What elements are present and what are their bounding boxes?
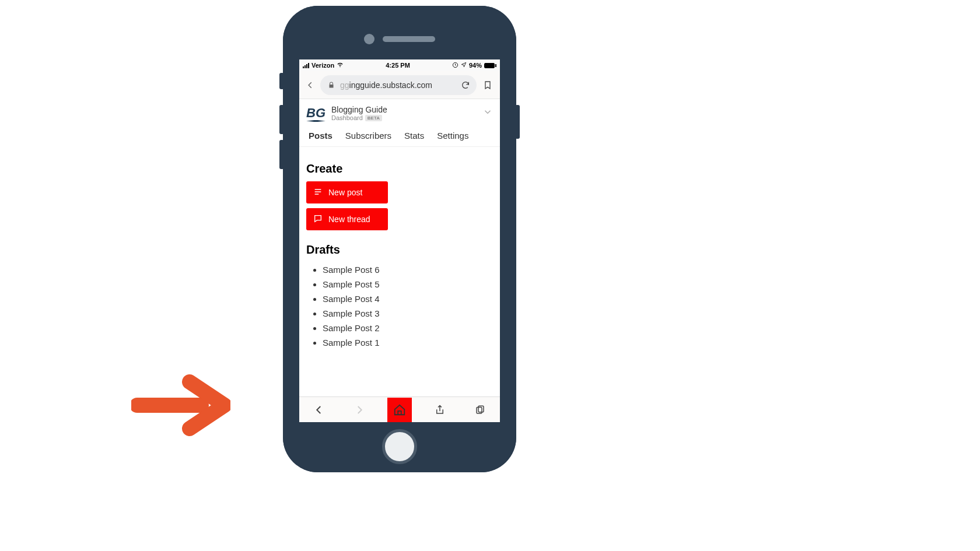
drafts-list: Sample Post 6 Sample Post 5 Sample Post …: [306, 262, 493, 350]
header-dropdown-toggle[interactable]: [482, 107, 493, 120]
time-label: 4:25 PM: [386, 62, 410, 69]
location-icon: [461, 62, 467, 69]
new-thread-label: New thread: [328, 215, 370, 224]
browser-back-button[interactable]: [304, 79, 317, 92]
browser-url-bar[interactable]: ggingguide.substack.com: [320, 75, 477, 95]
new-post-button[interactable]: New post: [306, 181, 388, 203]
url-faded-prefix: gg: [340, 80, 349, 90]
tab-subscribers[interactable]: Subscribers: [345, 131, 391, 141]
list-item[interactable]: Sample Post 5: [323, 277, 493, 292]
lock-icon: [326, 80, 337, 90]
phone-side-button: [515, 105, 520, 139]
list-item[interactable]: Sample Post 3: [323, 306, 493, 321]
tab-settings[interactable]: Settings: [437, 131, 468, 141]
annotation-arrow: [131, 373, 230, 440]
signal-icon: [303, 63, 309, 68]
list-item[interactable]: Sample Post 6: [323, 262, 493, 277]
phone-side-button: [279, 73, 284, 89]
site-title: Blogging Guide: [331, 105, 387, 114]
create-heading: Create: [306, 162, 493, 176]
carrier-label: Verizon: [312, 62, 334, 69]
phone-screen: Verizon 4:25 PM 94%: [299, 59, 500, 422]
battery-icon: [484, 63, 496, 68]
beta-badge: BETA: [365, 115, 382, 121]
new-thread-button[interactable]: New thread: [306, 208, 388, 230]
chat-icon: [313, 214, 323, 225]
nav-back-button[interactable]: [307, 398, 331, 422]
tab-posts[interactable]: Posts: [309, 131, 332, 141]
browser-url-row: ggingguide.substack.com: [299, 71, 500, 99]
phone-frame: Verizon 4:25 PM 94%: [283, 6, 516, 472]
document-icon: [313, 187, 323, 198]
site-logo[interactable]: BG: [306, 107, 326, 120]
new-post-label: New post: [328, 188, 362, 197]
list-item[interactable]: Sample Post 1: [323, 335, 493, 350]
browser-bottom-toolbar: [299, 396, 500, 422]
phone-home-button[interactable]: [382, 429, 417, 464]
wifi-icon: [337, 62, 344, 69]
tab-stats[interactable]: Stats: [404, 131, 424, 141]
list-item[interactable]: Sample Post 4: [323, 292, 493, 306]
phone-side-button: [279, 105, 284, 134]
site-header: BG Blogging Guide Dashboard BETA: [299, 99, 500, 126]
dashboard-label: Dashboard: [331, 114, 363, 121]
drafts-heading: Drafts: [306, 243, 493, 257]
phone-camera: [364, 34, 374, 44]
nav-forward-button[interactable]: [347, 398, 372, 422]
nav-tabs: Posts Subscribers Stats Settings: [299, 126, 500, 147]
list-item[interactable]: Sample Post 2: [323, 321, 493, 335]
main-content: Create New post New thread Drafts Sample…: [299, 147, 500, 350]
url-text: ingguide.substack.com: [349, 80, 432, 90]
phone-side-button: [279, 140, 284, 169]
status-bar: Verizon 4:25 PM 94%: [299, 59, 500, 71]
share-button[interactable]: [428, 398, 452, 422]
tabs-button[interactable]: [468, 398, 492, 422]
bookmark-icon[interactable]: [480, 80, 495, 90]
battery-pct-label: 94%: [469, 62, 482, 69]
rotation-lock-icon: [452, 62, 459, 69]
reload-icon[interactable]: [460, 80, 471, 90]
phone-speaker: [383, 36, 435, 42]
home-button[interactable]: [387, 398, 412, 422]
